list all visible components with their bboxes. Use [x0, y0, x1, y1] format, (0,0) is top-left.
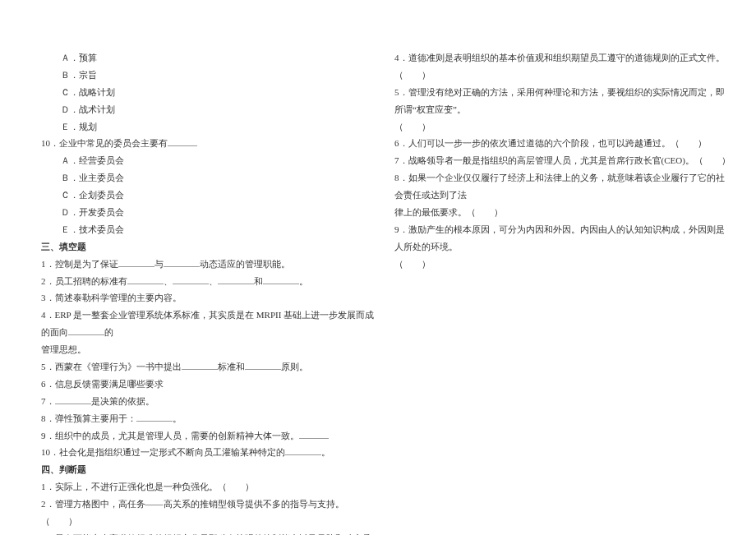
judge-2: 2．管理方格图中，高任务——高关系的推销型领导提供不多的指导与支持。（ ）: [41, 496, 378, 530]
judge-7: 7．战略领导者一般是指组织的高层管理人员，尤其是首席行政长官(CEO)。（ ）: [394, 152, 731, 169]
judge-5-line2: （ ）: [394, 118, 731, 136]
f7b: 是决策的依据。: [91, 396, 154, 406]
blank: [245, 361, 281, 370]
f2b: 、: [164, 276, 173, 286]
judge-8-line2: 律上的最低要求。（ ）: [394, 204, 731, 221]
fill-10: 10．社会化是指组织通过一定形式不断向员工灌输某种特定的。: [41, 444, 378, 461]
blank: [173, 275, 209, 284]
section4-heading: 四、判断题: [41, 461, 378, 478]
blank: [118, 258, 154, 267]
fill-1: 1．控制是为了保证与动态适应的管理职能。: [41, 256, 378, 273]
f1b: 与: [154, 259, 164, 269]
f10a: 10．社会化是指组织通过一定形式不断向员工灌输某种特定的: [41, 447, 285, 457]
blank: [164, 258, 200, 267]
q10-option-a: Ａ．经营委员会: [41, 152, 378, 169]
judge-3-line1: 3．最有可能产生高道德标准的组织文化是那种有较强的控制能力以及风险和冲突承受能力…: [41, 530, 378, 535]
q9-option-a: Ａ．预算: [41, 49, 378, 67]
judge-8-line1: 8．如果一个企业仅仅履行了经济上和法律上的义务，就意味着该企业履行了它的社会责任…: [394, 169, 731, 204]
blank: [55, 395, 91, 404]
f8a: 8．弹性预算主要用于：: [41, 413, 136, 423]
q10-option-c: Ｃ．企划委员会: [41, 187, 378, 204]
fill-7: 7．是决策的依据。: [41, 393, 378, 410]
fill-4-line1: 4．ERP 是一整套企业管理系统体系标准，其实质是在 MRPII 基础上进一步发…: [41, 307, 378, 341]
q9-option-d: Ｄ．战术计划: [41, 101, 378, 118]
section3-heading: 三、填空题: [41, 238, 378, 256]
f1c: 动态适应的管理职能。: [200, 259, 290, 269]
q10-stem-text: 10．企业中常见的委员会主要有: [41, 138, 168, 148]
fill-4-line2: 管理思想。: [41, 341, 378, 358]
judge-1: 1．实际上，不进行正强化也是一种负强化。（ ）: [41, 478, 378, 496]
judge-6: 6．人们可以一步一步的依次通过道德的六个阶段，也可以跨越通过。（ ）: [394, 135, 731, 152]
f7a: 7．: [41, 396, 55, 406]
f1a: 1．控制是为了保证: [41, 259, 118, 269]
q10-option-e: Ｅ．技术委员会: [41, 221, 378, 238]
f4b: 的: [104, 327, 113, 337]
judge-9-line2: （ ）: [394, 256, 731, 273]
fill-2: 2．员工招聘的标准有、、和。: [41, 273, 378, 290]
fill-3: 3．简述泰勒科学管理的主要内容。: [41, 289, 378, 307]
blank: [218, 275, 254, 284]
right-column: 4．道德准则是表明组织的基本价值观和组织期望员工遵守的道德规则的正式文件。（ ）…: [394, 49, 731, 535]
f2a: 2．员工招聘的标准有: [41, 276, 127, 286]
q10-stem: 10．企业中常见的委员会主要有: [41, 135, 378, 152]
blank: [182, 361, 218, 370]
f8b: 。: [173, 413, 182, 423]
blank: [299, 430, 329, 439]
q10-option-b: Ｂ．业主委员会: [41, 169, 378, 187]
judge-9-line1: 9．激励产生的根本原因，可分为内因和外因。内因由人的认知知识构成，外因则是人所处…: [394, 221, 731, 256]
q9-option-b: Ｂ．宗旨: [41, 67, 378, 84]
f5b: 标准和: [218, 362, 245, 371]
left-column: Ａ．预算 Ｂ．宗旨 Ｃ．战略计划 Ｄ．战术计划 Ｅ．规划 10．企业中常见的委员…: [41, 49, 378, 535]
q10-option-d: Ｄ．开发委员会: [41, 204, 378, 221]
f2c: 、: [209, 276, 218, 286]
q9-option-c: Ｃ．战略计划: [41, 84, 378, 101]
f2d: 和: [254, 276, 263, 286]
fill-9: 9．组织中的成员，尤其是管理人员，需要的创新精神大体一致。: [41, 427, 378, 445]
f5a: 5．西蒙在《管理行为》一书中提出: [41, 362, 182, 371]
blank: [68, 326, 104, 335]
fill-8: 8．弹性预算主要用于：。: [41, 410, 378, 427]
q9-option-e: Ｅ．规划: [41, 118, 378, 136]
f5c: 原则。: [281, 362, 308, 371]
f2e: 。: [299, 276, 308, 286]
blank: [285, 447, 321, 456]
blank: [263, 275, 299, 284]
f10b: 。: [321, 447, 330, 457]
blank: [127, 275, 164, 284]
f9a: 9．组织中的成员，尤其是管理人员，需要的创新精神大体一致。: [41, 431, 299, 440]
blank: [136, 413, 173, 422]
judge-5-line1: 5．管理没有绝对正确的方法，采用何种理论和方法，要视组织的实际情况而定，即所谓“…: [394, 84, 731, 118]
fill-5: 5．西蒙在《管理行为》一书中提出标准和原则。: [41, 358, 378, 376]
judge-4: 4．道德准则是表明组织的基本价值观和组织期望员工遵守的道德规则的正式文件。（ ）: [394, 49, 731, 84]
fill-6: 6．信息反馈需要满足哪些要求: [41, 376, 378, 393]
blank: [168, 138, 197, 147]
